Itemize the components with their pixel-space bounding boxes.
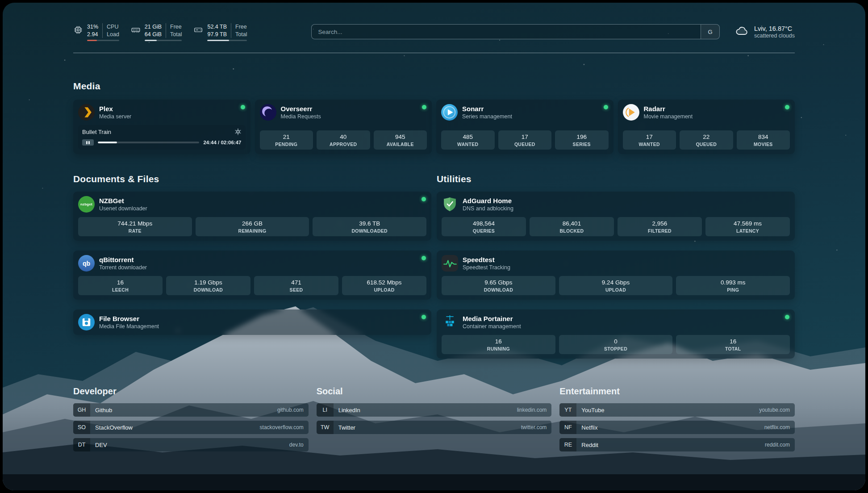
card-plex[interactable]: Plex Media server Bullet Train bbox=[73, 100, 250, 154]
stat: 471 SEED bbox=[254, 276, 338, 295]
status-indicator bbox=[422, 105, 426, 109]
bookmark-name: Reddit bbox=[581, 442, 598, 448]
bookmark-reddit[interactable]: RE Reddit reddit.com bbox=[559, 438, 795, 451]
app-subtitle: Speedtest Tracking bbox=[463, 264, 510, 271]
stat: 2,956 FILTERED bbox=[618, 217, 702, 236]
app-subtitle: Usenet downloader bbox=[99, 205, 147, 212]
bookmark-name: Netflix bbox=[581, 424, 597, 431]
nzbget-icon: nzbget bbox=[78, 196, 95, 213]
bookmark-abbr: RE bbox=[559, 438, 576, 451]
stat-value: 9.24 Gbps bbox=[561, 279, 671, 286]
stat: 744.21 Mbps RATE bbox=[78, 217, 192, 236]
qbittorrent-icon: qb bbox=[78, 255, 95, 272]
card-adguard[interactable]: AdGuard Home DNS and adblocking 498,564 … bbox=[437, 192, 795, 241]
card-nzbget[interactable]: nzbget NZBGet Usenet downloader 744.21 M… bbox=[73, 192, 431, 241]
bookmark-abbr: DT bbox=[73, 438, 90, 451]
stat-label: QUEUED bbox=[681, 142, 731, 147]
stat-label: QUEUED bbox=[500, 142, 550, 147]
stat-value: 834 bbox=[739, 134, 789, 140]
status-indicator bbox=[604, 105, 608, 109]
stat-value: 0.993 ms bbox=[678, 279, 788, 286]
bookmark-abbr: LI bbox=[317, 403, 334, 417]
app-subtitle: Media Requests bbox=[281, 113, 321, 120]
stat-label: RUNNING bbox=[443, 346, 554, 351]
search-provider-button[interactable]: G bbox=[701, 25, 719, 39]
filebrowser-icon bbox=[78, 314, 95, 330]
bookmark-group-developer: Developer GH Github github.com SO StackO… bbox=[73, 386, 309, 455]
app-title: File Browser bbox=[99, 315, 159, 322]
stat-label: RATE bbox=[80, 228, 190, 234]
bookmark-name: StackOverflow bbox=[95, 424, 133, 431]
bookmark-group-social: Social LI LinkedIn linkedin.com TW Twitt… bbox=[317, 386, 552, 455]
bookmark-group-title: Developer bbox=[73, 386, 309, 397]
stat-value: 498,564 bbox=[443, 220, 524, 227]
stat-value: 2,956 bbox=[619, 220, 700, 227]
search-bar: G bbox=[311, 24, 720, 39]
bookmark-stackoverflow[interactable]: SO StackOverflow stackoverflow.com bbox=[73, 421, 309, 434]
now-playing-panel: Bullet Train bbox=[78, 125, 246, 150]
stat-label: DOWNLOADED bbox=[314, 228, 425, 234]
section-title-utilities: Utilities bbox=[437, 174, 795, 184]
bookmark-twitter[interactable]: TW Twitter twitter.com bbox=[317, 421, 552, 434]
card-overseerr[interactable]: Overseerr Media Requests 21 PENDING 40 A… bbox=[255, 100, 432, 154]
stat: 0 STOPPED bbox=[559, 335, 673, 354]
app-subtitle: Media server bbox=[99, 113, 131, 120]
bookmark-group-entertainment: Entertainment YT YouTube youtube.com NF … bbox=[559, 386, 795, 455]
stat-value: 17 bbox=[625, 134, 675, 140]
disk-free-value: 52.4 TB bbox=[207, 23, 231, 30]
stat-value: 266 GB bbox=[197, 220, 308, 227]
gear-icon[interactable] bbox=[234, 128, 242, 135]
stat-value: 618.52 Mbps bbox=[344, 279, 425, 286]
bookmark-netflix[interactable]: NF Netflix netflix.com bbox=[559, 421, 795, 434]
bookmark-url: stackoverflow.com bbox=[260, 424, 304, 430]
status-indicator bbox=[785, 105, 789, 109]
playback-time: 24:44 / 02:06:47 bbox=[203, 140, 241, 145]
cpu-load-value: 2.94 bbox=[87, 31, 102, 38]
stat-label: LEECH bbox=[80, 287, 161, 292]
disk-progressbar bbox=[207, 40, 247, 41]
stat-value: 47.569 ms bbox=[707, 220, 788, 227]
status-indicator bbox=[421, 256, 426, 260]
stat: 266 GB REMAINING bbox=[196, 217, 309, 236]
card-qbittorrent[interactable]: qb qBittorrent Torrent downloader 16 LEE… bbox=[73, 251, 431, 300]
stat-value: 16 bbox=[443, 338, 554, 345]
bookmark-dev[interactable]: DT DEV dev.to bbox=[73, 438, 309, 451]
pause-button[interactable] bbox=[82, 139, 94, 146]
bookmark-github[interactable]: GH Github github.com bbox=[73, 403, 309, 417]
stat-value: 86,401 bbox=[531, 220, 612, 227]
stat-label: UPLOAD bbox=[344, 287, 425, 292]
stat: 945 AVAILABLE bbox=[374, 130, 427, 150]
stat-value: 0 bbox=[561, 338, 671, 345]
memory-progressbar bbox=[145, 40, 182, 41]
app-title: qBittorrent bbox=[99, 256, 147, 263]
stat-label: REMAINING bbox=[197, 228, 308, 234]
stat-value: 196 bbox=[557, 134, 607, 140]
bookmark-abbr: SO bbox=[73, 421, 90, 434]
app-subtitle: Series management bbox=[462, 113, 512, 120]
card-sonarr[interactable]: Sonarr Series management 485 WANTED 17 Q… bbox=[436, 100, 613, 154]
bookmark-abbr: NF bbox=[559, 421, 576, 434]
stat-label: PING bbox=[678, 287, 788, 292]
app-title: Sonarr bbox=[462, 105, 512, 113]
stat-value: 945 bbox=[376, 134, 426, 140]
card-speedtest[interactable]: Speedtest Speedtest Tracking 9.65 Gbps D… bbox=[437, 251, 795, 300]
stat-value: 16 bbox=[678, 338, 788, 345]
stat: 17 QUEUED bbox=[498, 130, 552, 150]
cpu-label: CPU bbox=[102, 23, 119, 30]
card-filebrowser[interactable]: File Browser Media File Management bbox=[73, 309, 431, 335]
bookmark-youtube[interactable]: YT YouTube youtube.com bbox=[559, 403, 795, 417]
app-subtitle: Media File Management bbox=[99, 323, 159, 330]
search-input[interactable] bbox=[312, 25, 701, 39]
card-portainer[interactable]: Media Portainer Container management 16 … bbox=[437, 309, 795, 359]
bookmark-name: YouTube bbox=[581, 407, 604, 414]
stat: 0.993 ms PING bbox=[676, 276, 790, 295]
card-radarr[interactable]: Radarr Movie management 17 WANTED 22 QUE… bbox=[618, 100, 795, 154]
bookmark-url: netflix.com bbox=[764, 424, 790, 430]
stat: 498,564 QUERIES bbox=[442, 217, 526, 236]
bookmark-linkedin[interactable]: LI LinkedIn linkedin.com bbox=[317, 403, 552, 417]
stat-label: STOPPED bbox=[561, 346, 671, 351]
stat-value: 9.65 Gbps bbox=[443, 279, 554, 286]
stat-label: TOTAL bbox=[678, 346, 788, 351]
stat-label: WANTED bbox=[625, 142, 675, 147]
section-documents: Documents & Files nzbget NZBGet Usenet d… bbox=[73, 174, 431, 335]
